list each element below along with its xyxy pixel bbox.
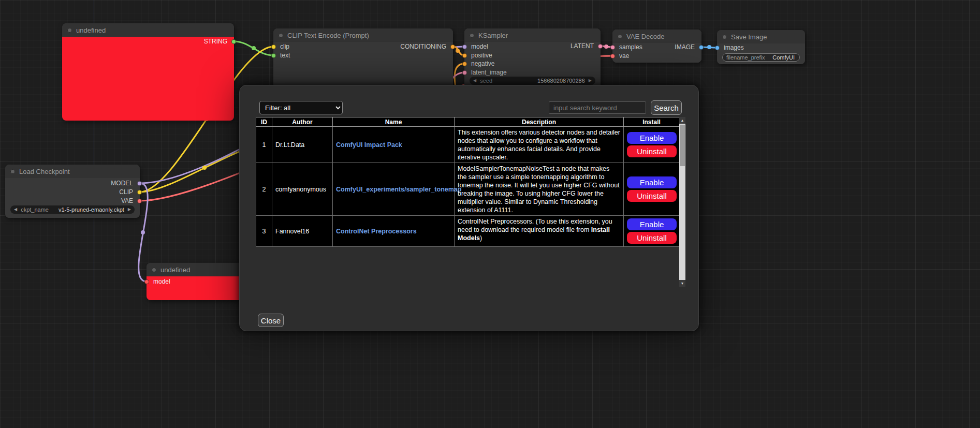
filter-select[interactable]: Filter: all — [259, 101, 343, 114]
enable-button[interactable]: Enable — [627, 132, 677, 144]
input-port-icon[interactable] — [610, 45, 615, 50]
input-port-icon[interactable] — [462, 70, 467, 75]
col-header-install: Install — [624, 117, 680, 127]
col-header-id: ID — [256, 117, 272, 127]
seed-widget[interactable]: ◀ seed 156680208700286 ▶ — [470, 77, 595, 85]
output-port-icon[interactable] — [450, 45, 455, 49]
extension-name-link[interactable]: ControlNet Preprocessors — [336, 228, 417, 235]
output-slot-conditioning[interactable]: CONDITIONING — [400, 42, 453, 51]
input-slot-samples[interactable]: samples — [612, 43, 642, 51]
slot-label: vae — [619, 52, 629, 60]
input-port-icon[interactable] — [144, 279, 149, 284]
enable-button[interactable]: Enable — [627, 218, 677, 230]
node-status-icon — [618, 34, 622, 39]
close-button[interactable]: Close — [258, 314, 284, 327]
extension-name-link[interactable]: ComfyUI Impact Pack — [336, 141, 402, 149]
link-dot — [456, 49, 460, 53]
table-scrollbar[interactable]: ▲ ▼ — [679, 117, 685, 287]
slot-label: VAE — [121, 197, 133, 204]
input-slot-text[interactable]: text — [273, 51, 290, 60]
input-slot-positive[interactable]: positive — [464, 51, 492, 60]
table-row: 1 Dr.Lt.Data ComfyUI Impact Pack This ex… — [256, 127, 680, 163]
node-undefined-top[interactable]: undefined STRING — [62, 23, 234, 121]
output-port-icon[interactable] — [598, 44, 603, 49]
extension-table-container: ID Author Name Description Install 1 Dr.… — [256, 117, 686, 287]
output-slot-model[interactable]: MODEL — [111, 179, 140, 187]
comfyui-canvas[interactable]: undefined STRING CLIP Text Encode (Promp… — [0, 0, 980, 428]
widget-value: 156680208700286 — [537, 78, 585, 84]
uninstall-button[interactable]: Uninstall — [627, 145, 677, 157]
slot-label: IMAGE — [675, 43, 695, 51]
next-arrow-icon[interactable]: ▶ — [128, 205, 131, 214]
output-port-icon[interactable] — [137, 199, 142, 203]
input-port-icon[interactable] — [271, 45, 276, 49]
output-port-icon[interactable] — [699, 45, 704, 50]
prev-arrow-icon[interactable]: ◀ — [14, 205, 17, 214]
node-save-image[interactable]: Save Image images filename_prefix ComfyU… — [717, 30, 805, 64]
link-dot — [202, 166, 207, 170]
uninstall-button[interactable]: Uninstall — [627, 232, 677, 244]
input-port-icon[interactable] — [715, 46, 720, 50]
widget-label: ckpt_name — [21, 206, 49, 213]
decrement-arrow-icon[interactable]: ◀ — [473, 77, 476, 85]
node-vae-decode[interactable]: VAE Decode samples vae IMAGE — [612, 29, 701, 63]
extension-table: ID Author Name Description Install 1 Dr.… — [256, 117, 680, 247]
slot-label: model — [153, 278, 170, 285]
scrollbar-thumb[interactable] — [680, 125, 685, 166]
node-title-bar[interactable]: Save Image — [717, 30, 805, 43]
extension-name-link[interactable]: ComfyUI_experiments/sampler_tonemap — [336, 186, 461, 193]
output-port-icon[interactable] — [231, 39, 236, 44]
slot-label: model — [471, 43, 488, 50]
increment-arrow-icon[interactable]: ▶ — [589, 77, 592, 85]
scroll-up-icon[interactable]: ▲ — [679, 117, 685, 124]
input-port-icon[interactable] — [610, 54, 615, 58]
widget-value: v1-5-pruned-emaonly.ckpt — [58, 206, 124, 213]
node-title-bar[interactable]: undefined — [62, 23, 234, 37]
node-title: undefined — [76, 26, 106, 34]
slot-label: LATENT — [571, 42, 594, 50]
output-slot-vae[interactable]: VAE — [121, 197, 140, 205]
uninstall-button[interactable]: Uninstall — [627, 190, 677, 202]
output-port-icon[interactable] — [137, 181, 142, 186]
input-port-icon[interactable] — [462, 53, 467, 58]
output-slot-string[interactable]: STRING — [204, 37, 234, 46]
input-slot-negative[interactable]: negative — [464, 60, 494, 68]
slot-label: images — [724, 44, 744, 51]
input-slot-vae[interactable]: vae — [612, 52, 629, 60]
input-port-icon[interactable] — [462, 45, 467, 49]
table-row: 3 Fannovel16 ControlNet Preprocessors Co… — [256, 216, 680, 247]
node-title: Save Image — [731, 33, 767, 41]
link-dot — [707, 45, 711, 49]
output-slot-clip[interactable]: CLIP — [119, 188, 140, 196]
input-port-icon[interactable] — [462, 62, 467, 66]
filename-prefix-widget[interactable]: filename_prefix ComfyUI — [722, 53, 800, 62]
node-status-icon — [10, 169, 15, 174]
input-slot-model[interactable]: model — [147, 277, 170, 286]
node-title: VAE Decode — [626, 33, 664, 40]
output-slot-latent[interactable]: LATENT — [571, 42, 601, 50]
node-title-bar[interactable]: KSampler — [464, 28, 601, 42]
enable-button[interactable]: Enable — [627, 176, 677, 188]
input-port-icon[interactable] — [271, 53, 276, 58]
input-slot-images[interactable]: images — [717, 43, 744, 52]
output-port-icon[interactable] — [137, 190, 142, 195]
cell-id: 1 — [256, 127, 272, 163]
node-load-checkpoint[interactable]: Load Checkpoint MODEL CLIP VAE ◀ ckpt_na… — [5, 165, 140, 218]
input-slot-model[interactable]: model — [464, 42, 488, 51]
node-title-bar[interactable]: Load Checkpoint — [5, 165, 140, 178]
node-title-bar[interactable]: VAE Decode — [612, 29, 701, 43]
table-header-row: ID Author Name Description Install — [256, 117, 680, 127]
cell-id: 2 — [256, 163, 272, 216]
input-slot-clip[interactable]: clip — [273, 42, 289, 51]
ckpt-name-widget[interactable]: ◀ ckpt_name v1-5-pruned-emaonly.ckpt ▶ — [10, 205, 135, 214]
input-slot-latent-image[interactable]: latent_image — [464, 68, 507, 77]
col-header-name: Name — [333, 117, 455, 127]
scroll-down-icon[interactable]: ▼ — [679, 280, 685, 287]
widget-value: ComfyUI — [772, 54, 795, 61]
search-button[interactable]: Search — [651, 100, 682, 115]
node-title-bar[interactable]: CLIP Text Encode (Prompt) — [273, 28, 453, 42]
search-input[interactable] — [549, 101, 646, 114]
output-slot-image[interactable]: IMAGE — [675, 43, 701, 51]
cell-description: This extension offers various detector n… — [455, 127, 624, 163]
node-status-icon — [722, 35, 727, 39]
